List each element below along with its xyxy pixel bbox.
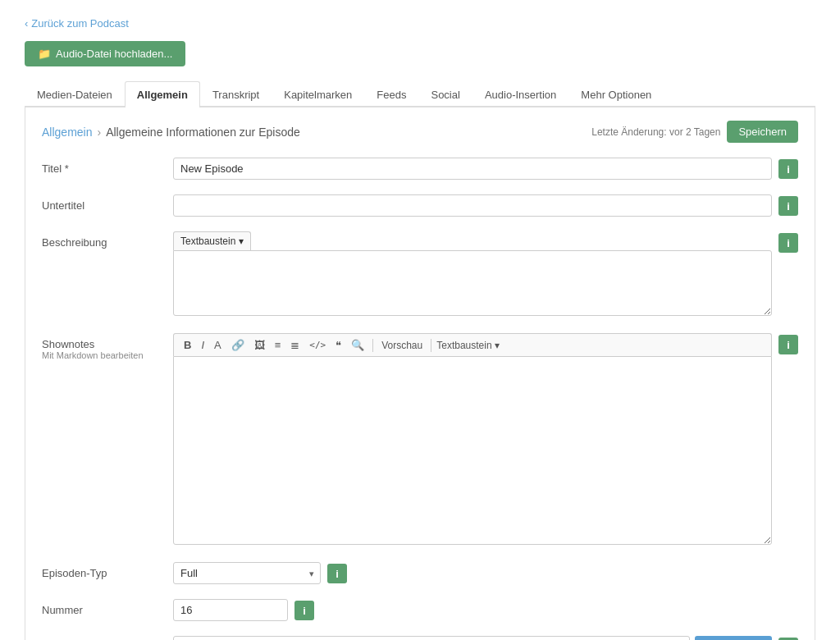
toolbar-image-button[interactable]: 🖼 [251,337,268,353]
tab-mehr-optionen[interactable]: Mehr Optionen [568,81,664,107]
schlagworte-row: Schlagworte Hinzufügen i [42,636,798,640]
ol-icon: ≣ [290,339,299,351]
beschreibung-info-button[interactable]: i [778,233,798,253]
tab-audio-insertion[interactable]: Audio-Insertion [472,81,568,107]
toolbar-separator2 [431,339,431,352]
upload-audio-button[interactable]: 📁 Audio-Datei hochladen... [25,41,185,66]
shownotes-row: Shownotes Mit Markdown bearbeiten B I A … [42,333,798,547]
toolbar-search-button[interactable]: 🔍 [348,337,368,353]
beschreibung-textbaustein-dropdown[interactable]: Textbaustein ▾ [173,231,251,250]
breadcrumb-current: Allgemeine Informationen zur Episode [106,126,300,139]
episoden-typ-row: Episoden-Typ Full Trailer Bonus ▾ i [42,562,798,584]
toolbar-ul-button[interactable]: ≡ [272,337,285,353]
untertitel-info-button[interactable]: i [778,196,798,216]
link-icon: 🔗 [231,339,244,351]
shownotes-editor-textarea[interactable] [173,356,772,545]
schlagworte-add-button[interactable]: Hinzufügen [695,636,772,640]
upload-icon: 📁 [38,48,51,60]
episoden-typ-select[interactable]: Full Trailer Bonus [173,562,321,584]
tab-bar: Medien-Dateien Allgemein Transkript Kapi… [25,81,815,107]
toolbar-heading-button[interactable]: A [211,337,225,353]
toolbar-code-button[interactable]: </> [306,338,329,352]
ul-icon: ≡ [275,339,281,351]
beschreibung-label: Beschreibung [42,236,107,249]
beschreibung-row: Beschreibung Textbaustein ▾ i [42,231,798,318]
nummer-row: Nummer i [42,599,798,621]
titel-label: Titel * [42,162,69,175]
chevron-down-icon: ▾ [495,340,500,351]
tab-kapitelmarken[interactable]: Kapitelmarken [272,81,364,107]
breadcrumb-separator: › [97,126,101,139]
titel-info-button[interactable]: i [778,159,798,179]
breadcrumb: Allgemein › Allgemeine Informationen zur… [42,126,300,139]
titel-row: Titel * i [42,158,798,180]
toolbar-vorschau-button[interactable]: Vorschau [378,338,426,353]
chevron-left-icon: ‹ [25,17,28,30]
shownotes-sub-label: Mit Markdown bearbeiten [42,350,173,360]
search-icon: 🔍 [351,339,364,351]
tab-medien-dateien[interactable]: Medien-Dateien [25,81,125,107]
untertitel-input[interactable] [173,194,772,217]
nummer-input[interactable] [173,599,288,621]
toolbar-ol-button[interactable]: ≣ [287,337,303,353]
untertitel-label: Untertitel [42,199,84,212]
tab-social[interactable]: Social [418,81,472,107]
save-button[interactable]: Speichern [727,121,798,143]
beschreibung-textarea[interactable] [173,250,772,316]
quote-icon: ❝ [336,339,341,351]
toolbar-quote-button[interactable]: ❝ [332,337,345,353]
breadcrumb-link[interactable]: Allgemein [42,126,92,139]
toolbar-separator [372,339,373,352]
back-link[interactable]: ‹ Zurück zum Podcast [25,17,129,30]
tab-transkript[interactable]: Transkript [200,81,272,107]
untertitel-row: Untertitel i [42,194,798,217]
toolbar-textbaustein-dropdown[interactable]: Textbaustein ▾ [436,340,499,351]
tab-allgemein[interactable]: Allgemein [125,81,200,107]
editor-toolbar: B I A 🔗 🖼 ≡ ≣ [173,333,772,356]
schlagworte-input[interactable] [173,636,690,640]
episoden-typ-label: Episoden-Typ [42,567,107,579]
image-icon: 🖼 [254,339,265,351]
chevron-down-icon: ▾ [239,235,244,247]
titel-input[interactable] [173,158,772,180]
shownotes-info-button[interactable]: i [778,335,798,354]
nummer-info-button[interactable]: i [294,601,314,620]
episoden-typ-info-button[interactable]: i [327,564,347,583]
toolbar-link-button[interactable]: 🔗 [228,337,248,353]
toolbar-italic-button[interactable]: I [198,337,208,353]
shownotes-label: Shownotes [42,338,94,350]
nummer-label: Nummer [42,604,83,616]
toolbar-bold-button[interactable]: B [180,337,194,353]
last-change-label: Letzte Änderung: vor 2 Tagen [591,126,720,138]
tab-feeds[interactable]: Feeds [364,81,418,107]
